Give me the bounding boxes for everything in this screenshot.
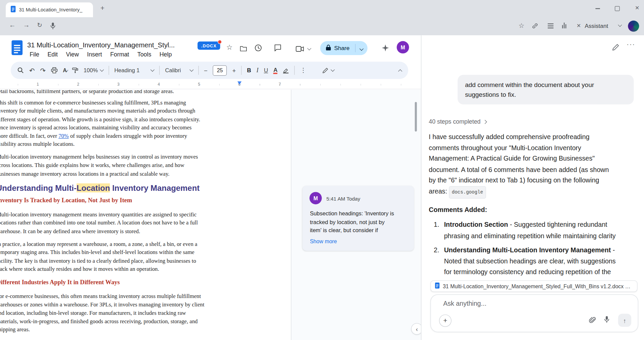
spellcheck-icon[interactable]: A✓ — [63, 67, 67, 73]
docx-badge: .DOCX — [197, 42, 220, 50]
search-icon[interactable] — [17, 67, 24, 74]
print-icon[interactable] — [51, 67, 58, 74]
list-bold: Understanding Multi-Location Inventory M… — [444, 247, 611, 254]
font-value: Calibri — [165, 67, 181, 73]
check-icon: ✓ — [66, 69, 69, 73]
menu-view[interactable]: View — [62, 50, 83, 59]
tab-title: 31 Multi-Location_Inventory_ — [19, 7, 88, 13]
redo-button[interactable]: ↷ — [40, 67, 45, 74]
assistant-label: Assistant — [585, 23, 608, 29]
maximize-button[interactable] — [615, 6, 620, 11]
list-bold: Introduction Section — [444, 221, 508, 228]
send-button[interactable]: ↑ — [618, 314, 631, 327]
menu-format[interactable]: Format — [106, 50, 133, 59]
reload-icon[interactable]: ↻ — [37, 22, 42, 29]
minimize-button[interactable] — [595, 8, 600, 9]
new-chat-pencil-icon[interactable] — [612, 44, 619, 53]
paragraph-style-select[interactable]: Heading 1 — [114, 67, 154, 73]
browser-profile-avatar[interactable] — [628, 20, 639, 32]
share-label: Share — [334, 45, 350, 51]
move-folder-icon[interactable] — [240, 46, 247, 53]
steps-completed-toggle[interactable]: 40 steps completed — [429, 118, 486, 125]
close-assistant-icon[interactable]: ✕ — [577, 23, 581, 29]
mic-icon[interactable] — [604, 316, 609, 325]
voice-search-icon[interactable] — [50, 22, 56, 31]
list-text: Introduction Section - Suggested tighten… — [444, 219, 615, 241]
close-window-button[interactable]: ✕ — [635, 5, 639, 11]
forward-icon[interactable]: → — [23, 22, 30, 29]
user-message-bubble: add comment within the document about yo… — [458, 75, 634, 104]
zoom-select[interactable]: 100% — [84, 67, 103, 73]
chevron-down-icon[interactable] — [618, 23, 622, 27]
copy-link-icon[interactable] — [532, 23, 538, 31]
divider — [108, 66, 109, 75]
share-button[interactable]: Share — [320, 44, 356, 52]
increase-font-size-button[interactable]: + — [232, 67, 236, 74]
lock-icon — [326, 44, 331, 52]
meet-video-icon[interactable] — [295, 46, 304, 53]
steps-label: 40 steps completed — [429, 118, 480, 125]
docs-favicon — [11, 6, 16, 14]
new-tab-button[interactable]: + — [100, 4, 104, 12]
star-document-icon[interactable]: ☆ — [226, 43, 233, 52]
assistant-input[interactable] — [443, 300, 621, 308]
menu-help[interactable]: Help — [155, 50, 176, 59]
share-dropdown-button[interactable] — [356, 44, 368, 52]
attach-file-icon[interactable] — [589, 316, 596, 325]
divider — [159, 66, 160, 75]
source-chip[interactable]: docs.google — [449, 186, 486, 199]
indent-marker[interactable] — [237, 81, 241, 85]
performance-icon[interactable] — [562, 23, 566, 28]
google-docs-logo[interactable] — [11, 40, 22, 57]
underline-button[interactable]: U — [264, 67, 268, 74]
more-options-button[interactable]: ⋮ — [300, 67, 306, 74]
panel-more-icon[interactable]: ··· — [627, 41, 636, 48]
collapse-toolbar-icon[interactable] — [398, 69, 402, 73]
menu-tools[interactable]: Tools — [133, 50, 155, 59]
font-size-field[interactable]: 25 — [213, 65, 227, 76]
version-history-icon[interactable] — [254, 44, 262, 53]
reading-list-icon[interactable] — [548, 24, 553, 29]
ruler-number: 4 — [157, 82, 160, 86]
add-button[interactable]: + — [439, 314, 452, 327]
list-item: 1. Introduction Section - Suggested tigh… — [434, 219, 641, 241]
comment-author-avatar: M — [310, 192, 322, 204]
document-title[interactable]: 31 Multi-Location_Inventory_Management_S… — [27, 41, 175, 49]
highlight-color-icon[interactable] — [283, 67, 289, 74]
assistant-panel: ··· add comment within the document abou… — [421, 35, 644, 340]
comment-card[interactable]: M 5:41 AM Today Subsection headings: 'In… — [303, 186, 414, 251]
attachment-chip[interactable]: 31 Multi-Location_Inventory_Management_S… — [430, 281, 637, 292]
bold-button[interactable]: B — [247, 67, 251, 74]
back-icon[interactable]: ← — [9, 22, 16, 29]
link-70-percent[interactable]: 70% — [58, 133, 69, 139]
text-color-button[interactable]: A — [273, 67, 277, 74]
chevron-down-icon — [150, 68, 154, 72]
list-text: Understanding Multi-Location Inventory M… — [444, 245, 615, 278]
italic-button[interactable]: I — [257, 67, 259, 74]
document-scrollbar-thumb[interactable] — [415, 102, 417, 131]
menu-file[interactable]: File — [26, 50, 43, 59]
docs-menu-bar: File Edit View Insert Format Tools Help — [26, 50, 176, 59]
menu-insert[interactable]: Insert — [83, 50, 106, 59]
paragraph: Multi-location inventory management mean… — [0, 211, 301, 236]
decrease-font-size-button[interactable]: − — [204, 67, 208, 74]
font-select[interactable]: Calibri — [165, 67, 193, 73]
docs-profile-avatar[interactable]: M — [397, 41, 409, 53]
share-button-group: Share — [320, 41, 368, 55]
favorite-star-icon[interactable]: ☆ — [518, 22, 524, 30]
undo-button[interactable]: ↶ — [29, 67, 35, 74]
screen: 31 Multi-Location_Inventory_ + ✕ ← → ↻ d… — [0, 0, 644, 340]
paint-format-icon[interactable] — [72, 67, 78, 74]
ruler-number: 2 — [77, 82, 79, 86]
browser-tab[interactable]: 31 Multi-Location_Inventory_ — [6, 2, 93, 17]
document-page[interactable]: retail backrooms, fulfillment partners, … — [0, 90, 291, 340]
menu-edit[interactable]: Edit — [43, 50, 62, 59]
paragraph: In practice, a location may represent a … — [0, 240, 301, 273]
comments-icon[interactable] — [274, 44, 281, 53]
pen-tool-select[interactable] — [322, 67, 334, 73]
heading-text: Understanding Multi- — [0, 183, 77, 193]
gemini-spark-icon[interactable] — [382, 44, 389, 53]
show-more-link[interactable]: Show more — [310, 239, 337, 245]
collapse-panel-button[interactable]: ‹ — [411, 323, 421, 335]
browser-tab-strip: 31 Multi-Location_Inventory_ + ✕ — [0, 0, 644, 17]
